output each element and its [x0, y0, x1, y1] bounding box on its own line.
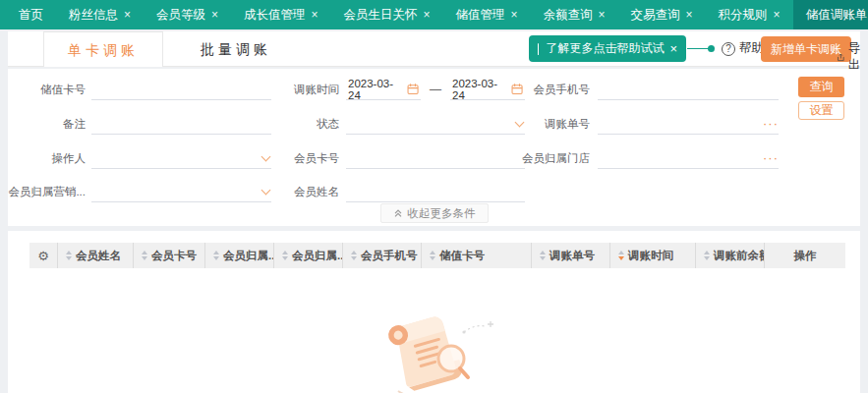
- topbar-tab-transaction-query[interactable]: 交易查询 ×: [618, 0, 706, 29]
- question-circle-icon: ?: [722, 42, 735, 56]
- end-date-value: 2023-03-24: [452, 78, 506, 101]
- column-label: 会员手机号: [361, 249, 418, 263]
- tab-close-icon[interactable]: ×: [686, 9, 693, 21]
- member-phone-field: [598, 79, 779, 100]
- col-adjust-time[interactable]: 调账时间: [609, 243, 695, 268]
- column-label: 会员姓名: [76, 249, 121, 263]
- sort-icon[interactable]: [704, 251, 710, 260]
- col-member-card-no[interactable]: 会员卡号: [133, 243, 204, 268]
- calendar-icon: [407, 83, 419, 95]
- status-label: 状态: [259, 113, 339, 135]
- topbar-tab-balance-query[interactable]: 余额查询 ×: [531, 0, 618, 29]
- tab-label: 会员等级: [156, 7, 205, 24]
- adjust-time-start-picker[interactable]: 2023-03-24: [346, 79, 421, 100]
- member-store-field[interactable]: ···: [598, 147, 779, 169]
- tab-label: 储值调账单: [806, 7, 868, 24]
- more-options-icon[interactable]: ···: [763, 153, 779, 163]
- operator-select[interactable]: [91, 147, 271, 169]
- topbar-tab-fans-info[interactable]: 粉丝信息 ×: [56, 0, 144, 29]
- sort-icon[interactable]: [142, 251, 147, 260]
- adjust-time-label: 调账时间: [259, 79, 339, 100]
- tab-label: 储值管理: [456, 7, 505, 24]
- date-range-dash: —: [430, 83, 441, 96]
- topbar-tab-stored-value-adjust-active[interactable]: 储值调账单 ×: [793, 0, 868, 29]
- collapse-conditions-button[interactable]: 收起更多条件: [380, 203, 489, 223]
- col-member-phone[interactable]: 会员手机号: [342, 243, 421, 268]
- gear-icon[interactable]: ⚙: [37, 249, 49, 263]
- topbar-tab-member-level[interactable]: 会员等级 ×: [144, 0, 231, 29]
- status-select[interactable]: [346, 113, 525, 135]
- col-adjust-no[interactable]: 调账单号: [531, 243, 609, 268]
- remark-input[interactable]: [91, 114, 271, 134]
- adjust-time-range: 2023-03-24 — 2023-03-24: [346, 79, 525, 100]
- tooltip-marker: [538, 43, 539, 55]
- settings-button[interactable]: 设置: [798, 101, 844, 120]
- topbar-tab-home[interactable]: 首页: [6, 0, 56, 29]
- column-label: 会员归属...: [223, 249, 273, 263]
- col-balance-before[interactable]: 调账前余额: [695, 243, 764, 268]
- column-label: 调账单号: [550, 249, 595, 263]
- topbar-tab-points-rules[interactable]: 积分规则 ×: [706, 0, 793, 29]
- tab-label: 交易查询: [631, 7, 680, 24]
- content-shell: 单卡调账 批量调账 了解更多点击帮助试试 × ? 帮助 新增单卡调账 导出 储值…: [8, 31, 860, 393]
- collapse-label: 收起更多条件: [408, 206, 476, 221]
- member-name-field: [346, 181, 525, 202]
- member-card-no-input[interactable]: [346, 148, 525, 168]
- column-label: 操作: [794, 249, 817, 263]
- operator-label: 操作人: [5, 147, 86, 169]
- col-actions: 操作: [764, 243, 845, 268]
- tab-close-icon[interactable]: ×: [424, 9, 431, 21]
- sort-icon[interactable]: [213, 251, 219, 260]
- search-button[interactable]: 查询: [798, 77, 844, 97]
- tab-close-icon[interactable]: ×: [312, 9, 318, 21]
- tab-label: 会员生日关怀: [344, 7, 418, 24]
- export-icon: [837, 51, 845, 64]
- column-label: 储值卡号: [439, 249, 485, 263]
- member-name-label: 会员姓名: [259, 181, 339, 202]
- member-name-input[interactable]: [346, 182, 525, 201]
- sort-icon[interactable]: [66, 251, 72, 260]
- topbar-tab-stored-value-mgmt[interactable]: 储值管理 ×: [443, 0, 531, 29]
- tab-batch-adjust[interactable]: 批量调账: [177, 31, 295, 67]
- sort-icon-active-desc[interactable]: [618, 251, 624, 260]
- member-phone-label: 会员手机号: [501, 79, 590, 100]
- tab-close-icon[interactable]: ×: [774, 9, 781, 21]
- sort-icon[interactable]: [282, 251, 288, 260]
- tooltip-text: 了解更多点击帮助试试: [546, 40, 664, 57]
- tab-close-icon[interactable]: ×: [511, 9, 518, 21]
- col-member-belong-2[interactable]: 会员归属...: [273, 243, 342, 268]
- topbar-tab-growth-value[interactable]: 成长值管理 ×: [231, 0, 331, 29]
- sort-icon[interactable]: [540, 251, 546, 260]
- tab-close-icon[interactable]: ×: [211, 9, 218, 21]
- tab-close-icon[interactable]: ×: [599, 9, 606, 21]
- member-marketing-label: 会员归属营销...: [3, 181, 86, 202]
- tooltip-close-icon[interactable]: ×: [664, 41, 677, 56]
- sort-icon[interactable]: [351, 251, 357, 260]
- adjust-no-label: 调账单号: [501, 113, 590, 135]
- topbar-tab-birthday-care[interactable]: 会员生日关怀 ×: [331, 0, 443, 29]
- member-phone-input[interactable]: [598, 80, 779, 99]
- tab-label: 余额查询: [544, 7, 593, 24]
- column-label: 会员卡号: [151, 249, 197, 263]
- member-marketing-select[interactable]: [91, 181, 271, 202]
- help-tooltip: 了解更多点击帮助试试 ×: [529, 35, 686, 62]
- col-stored-card-no[interactable]: 储值卡号: [421, 243, 531, 268]
- sort-icon[interactable]: [430, 251, 435, 260]
- tab-close-icon[interactable]: ×: [124, 9, 131, 21]
- stored-card-no-input[interactable]: [91, 80, 271, 99]
- help-button[interactable]: ? 帮助: [722, 40, 764, 57]
- remark-label: 备注: [5, 113, 86, 135]
- stored-card-no-label: 储值卡号: [5, 79, 86, 100]
- tooltip-connector-line: [687, 48, 709, 49]
- result-table-panel: ⚙ 会员姓名 会员卡号 会员归属... 会员归属... 会员手机号: [8, 231, 860, 393]
- col-member-name[interactable]: 会员姓名: [57, 243, 133, 268]
- tab-single-card-adjust[interactable]: 单卡调账: [43, 31, 163, 67]
- column-settings-cell[interactable]: ⚙: [29, 243, 57, 268]
- member-card-no-field: [346, 147, 525, 169]
- adjust-no-field[interactable]: ···: [598, 113, 779, 135]
- more-options-icon[interactable]: ···: [763, 119, 779, 129]
- tab-label: 成长值管理: [244, 7, 306, 24]
- tab-label: 首页: [19, 7, 43, 24]
- filter-panel: 储值卡号 调账时间 2023-03-24 — 2023-03-24: [8, 69, 860, 226]
- col-member-belong-1[interactable]: 会员归属...: [204, 243, 273, 268]
